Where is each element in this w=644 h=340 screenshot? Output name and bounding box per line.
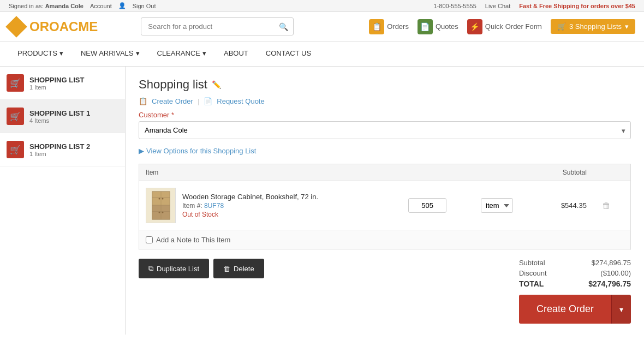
- promo-text: Fast & Free Shipping for orders over $45: [519, 3, 635, 9]
- customer-select[interactable]: Amanda Cole: [139, 121, 631, 139]
- subtotal-cell: $544.35: [538, 181, 593, 230]
- summary-total-row: TOTAL $274,796.75: [519, 279, 631, 288]
- add-note-label[interactable]: Add a Note to This Item: [146, 236, 624, 244]
- create-order-button[interactable]: Create Order: [519, 295, 611, 324]
- header: OROACME 🔍 📋 Orders 📄 Quotes ⚡ Quick Orde…: [0, 12, 644, 41]
- page-title-row: Shopping list ✏️: [139, 77, 631, 92]
- header-actions: 📋 Orders 📄 Quotes ⚡ Quick Order Form 🛒 3…: [369, 19, 635, 34]
- products-arrow-icon: ▾: [59, 49, 63, 57]
- table-header-row: Item Subtotal: [139, 164, 631, 181]
- search-input[interactable]: [141, 17, 294, 35]
- shopping-lists-button[interactable]: 🛒 3 Shopping Lists ▾: [551, 19, 635, 34]
- svg-point-5: [158, 198, 160, 200]
- cart-icon: 🛒: [557, 22, 566, 31]
- qty-cell: [402, 181, 474, 230]
- create-order-link[interactable]: Create Order: [152, 97, 193, 105]
- orders-icon: 📋: [369, 19, 384, 34]
- duplicate-list-button[interactable]: ⧉ Duplicate List: [139, 259, 209, 278]
- edit-icon[interactable]: ✏️: [212, 80, 221, 89]
- list-icon-2: 🛒: [7, 108, 24, 125]
- sign-out-link[interactable]: Sign Out: [133, 3, 156, 9]
- signed-in-label: Signed in as: Amanda Cole: [9, 3, 84, 9]
- bottom-actions: ⧉ Duplicate List 🗑 Delete Subtotal $274,…: [139, 259, 631, 324]
- create-order-dropdown-button[interactable]: ▾: [611, 295, 631, 324]
- svg-point-6: [162, 198, 163, 200]
- product-image: [146, 188, 176, 223]
- quotes-icon: 📄: [418, 19, 433, 34]
- customer-select-wrapper: Amanda Cole ▾: [139, 121, 631, 139]
- list-icon-1: 🛒: [7, 74, 24, 92]
- top-bar-right: 1-800-555-5555 Live Chat Fast & Free Shi…: [433, 3, 635, 9]
- search-icon: 🔍: [279, 22, 288, 31]
- new-arrivals-arrow-icon: ▾: [136, 49, 140, 57]
- logo-diamond-icon: [5, 16, 27, 38]
- col-item: Item: [139, 164, 402, 181]
- summary-subtotal-row: Subtotal $274,896.75: [519, 259, 631, 267]
- quick-order-link[interactable]: ⚡ Quick Order Form: [467, 19, 542, 34]
- main-content: Shopping list ✏️ 📋 Create Order | 📄 Requ…: [126, 67, 644, 335]
- logo[interactable]: OROACME: [9, 19, 98, 34]
- unit-select[interactable]: item: [481, 198, 513, 213]
- view-options-link[interactable]: ▶ View Options for this Shopping List: [139, 147, 631, 155]
- separator: |: [198, 97, 199, 105]
- product-name: Wooden Storage Cabinet, Bookshelf, 72 in…: [182, 193, 318, 201]
- unit-cell: item: [474, 181, 538, 230]
- sidebar-item-list1[interactable]: 🛒 SHOPPING LIST 1 Item: [0, 67, 125, 100]
- quick-order-icon: ⚡: [467, 19, 482, 34]
- create-order-panel: Create Order ▾: [519, 295, 631, 324]
- dropdown-arrow-icon: ▾: [625, 22, 629, 31]
- add-note-row: Add a Note to This Item: [139, 230, 631, 250]
- sidebar-item-list2[interactable]: 🛒 SHOPPING LIST 1 4 Items: [0, 100, 125, 133]
- delete-list-button[interactable]: 🗑 Delete: [213, 259, 264, 278]
- top-bar: Signed in as: Amanda Cole Account 👤 Sign…: [0, 0, 644, 12]
- main-nav: PRODUCTS ▾ NEW ARRIVALS ▾ CLEARANCE ▾ AB…: [0, 41, 644, 67]
- nav-contact-us[interactable]: CONTACT US: [257, 41, 320, 66]
- main-layout: 🛒 SHOPPING LIST 1 Item 🛒 SHOPPING LIST 1…: [0, 67, 644, 335]
- summary-panel: Subtotal $274,896.75 Discount ($100.00) …: [519, 259, 631, 324]
- trash-icon: 🗑: [223, 265, 230, 273]
- create-order-icon: 📋: [139, 97, 147, 105]
- delete-row-button[interactable]: 🗑: [600, 199, 613, 213]
- page-title: Shopping list: [139, 77, 207, 92]
- create-order-dropdown-icon: ▾: [619, 305, 623, 314]
- svg-rect-9: [152, 197, 170, 198]
- col-subtotal: Subtotal: [538, 164, 593, 181]
- product-sku-link[interactable]: 8UF78: [204, 202, 224, 210]
- live-chat-link[interactable]: Live Chat: [485, 3, 510, 9]
- request-quote-icon: 📄: [204, 97, 212, 105]
- user-icon: 👤: [118, 2, 126, 9]
- summary-discount-row: Discount ($100.00): [519, 269, 631, 277]
- search-bar: 🔍: [141, 17, 294, 35]
- duplicate-icon: ⧉: [148, 264, 153, 273]
- nav-products[interactable]: PRODUCTS ▾: [9, 41, 72, 66]
- product-stock: Out of Stock: [182, 211, 318, 218]
- clearance-arrow-icon: ▾: [202, 49, 206, 57]
- account-link[interactable]: Account: [90, 3, 112, 9]
- product-image-svg: [150, 190, 172, 220]
- nav-clearance[interactable]: CLEARANCE ▾: [148, 41, 215, 66]
- items-table: Item Subtotal: [139, 164, 631, 250]
- phone-number: 1-800-555-5555: [433, 3, 476, 9]
- table-row: Wooden Storage Cabinet, Bookshelf, 72 in…: [139, 181, 631, 230]
- bottom-buttons: ⧉ Duplicate List 🗑 Delete: [139, 259, 264, 278]
- nav-about[interactable]: ABOUT: [215, 41, 257, 66]
- chevron-right-icon: ▶: [139, 147, 144, 155]
- nav-new-arrivals[interactable]: NEW ARRIVALS ▾: [72, 41, 148, 66]
- action-links: 📋 Create Order | 📄 Request Quote: [139, 97, 631, 105]
- nav-left: PRODUCTS ▾ NEW ARRIVALS ▾ CLEARANCE ▾ AB…: [9, 41, 320, 66]
- request-quote-link[interactable]: Request Quote: [217, 97, 264, 105]
- sidebar-item-list3[interactable]: 🛒 SHOPPING LIST 2 1 Item: [0, 133, 125, 166]
- orders-link[interactable]: 📋 Orders: [369, 19, 409, 34]
- col-qty: [402, 164, 474, 181]
- delete-cell: 🗑: [593, 181, 631, 230]
- list-icon-3: 🛒: [7, 141, 24, 158]
- sidebar: 🛒 SHOPPING LIST 1 Item 🛒 SHOPPING LIST 1…: [0, 67, 126, 335]
- qty-input[interactable]: [408, 198, 446, 213]
- col-unit: [474, 164, 538, 181]
- quotes-link[interactable]: 📄 Quotes: [418, 19, 458, 34]
- required-indicator: *: [171, 111, 174, 119]
- customer-label: Customer *: [139, 111, 631, 119]
- product-cell: Wooden Storage Cabinet, Bookshelf, 72 in…: [139, 181, 402, 230]
- top-bar-left: Signed in as: Amanda Cole Account 👤 Sign…: [9, 2, 156, 9]
- add-note-checkbox[interactable]: [146, 236, 153, 243]
